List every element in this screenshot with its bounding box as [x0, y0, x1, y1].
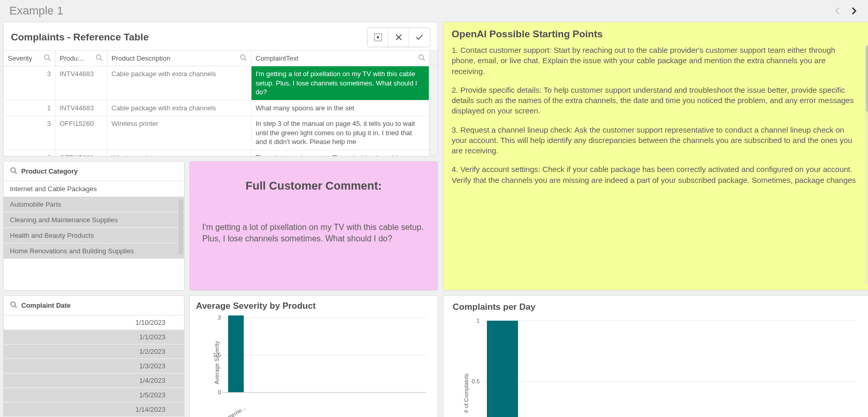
prev-sheet-button[interactable] [833, 6, 842, 16]
cancel-selection-button[interactable] [388, 28, 409, 47]
search-icon[interactable] [240, 54, 247, 63]
svg-point-8 [241, 55, 245, 60]
severity-y-label: Average Severity [214, 341, 220, 384]
list-item[interactable]: 1/14/2023 [4, 402, 184, 417]
svg-line-11 [423, 59, 425, 61]
next-sheet-button[interactable] [849, 6, 859, 16]
severity-chart-title: Average Severity by Product [196, 301, 431, 311]
suggestion-paragraph: 1. Contact customer support: Start by re… [452, 45, 861, 77]
col-text-label: ComplaintText [256, 54, 298, 62]
cell-desc: Wireless printer [107, 116, 251, 150]
sheet-nav [833, 6, 859, 16]
cell-product: OFFI15260 [55, 150, 107, 156]
scrollbar-thumb[interactable] [866, 45, 868, 112]
svg-line-13 [15, 172, 17, 174]
y-tick: 1 [468, 318, 480, 324]
search-icon[interactable] [95, 54, 103, 63]
date-filter-panel: Complaint Date 1/10/20231/1/20231/2/2023… [3, 295, 185, 417]
table-row[interactable]: 3OFFI15260Wireless printerIn step 3 of t… [4, 116, 438, 150]
suggestions-title: OpenAI Possible Starting Points [452, 28, 868, 40]
scrollbar-track[interactable] [429, 51, 438, 66]
table-row[interactable]: 1INTV44683Cable package with extra chann… [4, 100, 438, 117]
col-severity[interactable]: Severity [4, 51, 55, 66]
scrollbar-track[interactable] [429, 116, 438, 150]
scrollbar-track[interactable] [429, 66, 438, 100]
cell-complaint-text: The printer works great... The only thin… [251, 150, 429, 156]
suggestions-panel: OpenAI Possible Starting Points 1. Conta… [443, 22, 868, 291]
cpd-chart[interactable]: # of Complaints 1 0.5 0 1/10/2023 Date [453, 315, 866, 417]
list-item[interactable]: Home Renovations and Building Supplies [4, 243, 184, 259]
y-tick: 3 [209, 314, 221, 321]
cpd-chart-title: Complaints per Day [453, 302, 866, 312]
col-product-label: Produ… [60, 54, 85, 62]
svg-line-9 [245, 59, 247, 61]
cell-desc: Wireless printer [107, 150, 251, 156]
date-list: 1/10/20231/1/20231/2/20231/3/20231/4/202… [4, 315, 184, 417]
search-icon[interactable] [44, 54, 51, 63]
table-header-row: Severity Produ… Product Description Comp… [4, 50, 438, 66]
selection-tool-button[interactable] [368, 28, 388, 47]
svg-point-4 [45, 55, 49, 60]
cell-product: INTV44683 [55, 66, 107, 100]
suggestion-paragraph: 3. Request a channel lineup check: Ask t… [452, 125, 861, 156]
category-title: Product Category [21, 167, 78, 175]
category-header[interactable]: Product Category [4, 162, 184, 181]
svg-point-6 [96, 55, 101, 60]
table-row[interactable]: 3INTV44683Cable package with extra chann… [4, 66, 438, 100]
cell-severity: 2 [4, 150, 55, 156]
list-item[interactable]: 1/1/2023 [4, 330, 184, 344]
suggestion-paragraph: 2. Provide specific details: To help cus… [452, 85, 861, 117]
date-header[interactable]: Complaint Date [4, 296, 184, 315]
col-product[interactable]: Produ… [55, 51, 107, 66]
sheet-header: Example 1 [0, 0, 868, 22]
list-item[interactable]: 1/4/2023 [4, 373, 184, 388]
scrollbar-thumb[interactable] [178, 199, 183, 255]
cell-complaint-text: What many spoons are in the set [251, 100, 429, 116]
cell-complaint-text: I'm getting a lot of pixellation on my T… [251, 66, 429, 100]
cell-severity: 3 [4, 66, 55, 100]
col-severity-label: Severity [8, 54, 32, 62]
complaints-tbody: 3INTV44683Cable package with extra chann… [4, 66, 438, 156]
y-tick: 0.5 [468, 378, 480, 384]
y-tick: 0 [209, 389, 221, 395]
scrollbar-track[interactable] [429, 150, 438, 156]
cell-product: OFFI15260 [55, 116, 107, 150]
scrollbar-track[interactable] [865, 45, 868, 284]
complaints-title: Complaints - Reference Table [11, 32, 149, 43]
cell-desc: Cable package with extra channels [107, 100, 251, 116]
list-item[interactable]: 1/5/2023 [4, 388, 184, 402]
severity-chart[interactable]: Average Severity 3 1.5 0 Interne... [196, 314, 431, 411]
list-item[interactable]: 1/3/2023 [4, 359, 184, 373]
list-item[interactable]: Automobile Parts [4, 197, 184, 212]
severity-bar[interactable] [228, 315, 244, 392]
search-icon [10, 301, 17, 310]
comment-title: Full Customer Comment: [202, 179, 425, 193]
col-text[interactable]: ComplaintText [251, 51, 429, 66]
scrollbar-track[interactable] [429, 100, 438, 116]
selection-toolbar [367, 27, 430, 47]
cell-desc: Cable package with extra channels [107, 66, 251, 100]
list-item[interactable]: Health and Beauty Products [4, 228, 184, 243]
cell-product: INTV44683 [55, 100, 107, 116]
svg-point-14 [11, 302, 16, 307]
suggestion-paragraph: 4. Verify account settings: Check if you… [452, 164, 861, 185]
cell-severity: 1 [4, 100, 55, 116]
col-desc-label: Product Description [111, 54, 170, 62]
confirm-selection-button[interactable] [409, 28, 430, 47]
svg-line-5 [49, 59, 51, 61]
svg-point-12 [11, 168, 16, 172]
x-tick: Interne... [225, 405, 247, 417]
severity-chart-panel: Average Severity by Product Average Seve… [189, 295, 438, 417]
svg-point-1 [376, 36, 379, 39]
svg-point-10 [419, 55, 424, 60]
category-list: Internet and Cable PackagesAutomobile Pa… [4, 181, 184, 290]
col-desc[interactable]: Product Description [107, 51, 251, 66]
list-item[interactable]: 1/10/2023 [4, 315, 184, 330]
table-row[interactable]: 2OFFI15260Wireless printerThe printer wo… [4, 150, 438, 156]
search-icon[interactable] [418, 54, 425, 63]
date-title: Complaint Date [21, 301, 71, 309]
cpd-bar[interactable] [487, 321, 518, 417]
list-item[interactable]: Internet and Cable Packages [4, 181, 184, 197]
list-item[interactable]: 1/2/2023 [4, 344, 184, 359]
list-item[interactable]: Cleaning and Maintenance Supplies [4, 212, 184, 228]
